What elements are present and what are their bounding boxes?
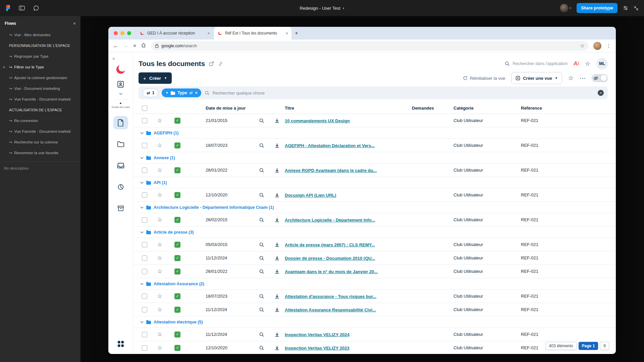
browser-profile-avatar[interactable] bbox=[593, 42, 601, 50]
preview-search-icon[interactable] bbox=[254, 269, 269, 274]
apps-grid-icon[interactable] bbox=[117, 341, 124, 349]
share-prototype-button[interactable]: Share prototype bbox=[577, 3, 618, 13]
stop-icon[interactable]: × bbox=[133, 43, 136, 49]
download-icon[interactable] bbox=[269, 217, 285, 223]
row-checkbox[interactable] bbox=[142, 217, 147, 223]
column-reference[interactable]: Référence bbox=[521, 106, 616, 111]
row-checkbox[interactable] bbox=[142, 118, 147, 123]
row-title-link[interactable]: Inspection Veritas VELIZY 2024 bbox=[285, 332, 350, 337]
row-title-link[interactable]: Article de presse (mars 2007) : CLS REMY… bbox=[285, 242, 375, 247]
nav-archive-icon[interactable] bbox=[113, 202, 128, 215]
app-search[interactable]: Rechercher dans l'application bbox=[504, 61, 568, 66]
preview-search-icon[interactable] bbox=[254, 143, 269, 148]
download-icon[interactable] bbox=[269, 294, 285, 299]
row-title-link[interactable]: Architecture Logicielle - Département In… bbox=[285, 218, 375, 223]
browser-menu-icon[interactable]: ⋮ bbox=[606, 43, 611, 49]
filter-count-chip[interactable]: ⇄ 1 bbox=[143, 88, 158, 97]
tab-close-icon[interactable]: × bbox=[285, 31, 288, 36]
favorite-star-icon[interactable]: ☆ bbox=[151, 306, 168, 313]
row-title-link[interactable]: Annexe RGPD Avanteam (dans le cadre du..… bbox=[285, 168, 377, 173]
back-icon[interactable]: ← bbox=[113, 43, 118, 49]
preview-search-icon[interactable] bbox=[254, 192, 269, 198]
chevron-down-icon[interactable] bbox=[140, 283, 144, 285]
favorites-star-icon[interactable]: ☆ bbox=[585, 60, 590, 67]
column-title[interactable]: Titre bbox=[285, 106, 412, 111]
address-bar[interactable]: google.com/search ☆ bbox=[151, 41, 589, 51]
flow-item[interactable]: ✓ ↪ Ajouter la colonne gestionnaire bbox=[0, 72, 80, 83]
column-category[interactable]: Catégorie bbox=[453, 106, 521, 111]
nav-documents-icon[interactable] bbox=[113, 116, 128, 129]
current-page-badge[interactable]: Page 1 bbox=[579, 342, 598, 350]
preview-search-icon[interactable] bbox=[254, 217, 269, 223]
flow-item[interactable]: ✓ ↪ Regrouper par Type bbox=[0, 51, 80, 62]
flow-item[interactable]: ✓ ↪ Filtrer sur le Type bbox=[0, 62, 80, 72]
group-row[interactable]: Attestation Assurance (2) bbox=[133, 278, 616, 290]
remove-filter-icon[interactable]: × bbox=[195, 90, 198, 95]
row-title-link[interactable]: Attestation d'assurance - Tous risques b… bbox=[285, 294, 376, 299]
group-label[interactable]: Attestation électrique (5) bbox=[154, 320, 203, 324]
group-label[interactable]: Attestation Assurance (2) bbox=[154, 282, 204, 286]
preview-search-icon[interactable] bbox=[254, 345, 269, 351]
ai-logo-icon[interactable]: Ai bbox=[574, 61, 579, 67]
chevron-down-icon[interactable] bbox=[140, 157, 144, 159]
download-icon[interactable] bbox=[269, 143, 285, 148]
preview-search-icon[interactable] bbox=[254, 332, 269, 337]
chevron-down-icon[interactable] bbox=[140, 206, 144, 208]
table-search[interactable] bbox=[205, 90, 594, 96]
preview-search-icon[interactable] bbox=[254, 255, 269, 261]
row-title-link[interactable]: Dossier de presse - Documation 2010 (QU.… bbox=[285, 256, 375, 261]
row-checkbox[interactable] bbox=[142, 242, 147, 247]
more-options-icon[interactable]: ⋯ bbox=[580, 75, 586, 82]
flow-item[interactable]: ✓ ↪ Vue Favorite - Document marketi bbox=[0, 126, 80, 137]
column-date[interactable]: Date de mise à jour bbox=[206, 106, 254, 111]
favorite-star-icon[interactable]: ☆ bbox=[151, 216, 168, 223]
download-icon[interactable] bbox=[269, 269, 285, 274]
preview-search-icon[interactable] bbox=[254, 294, 269, 299]
group-label[interactable]: Annexe (1) bbox=[154, 156, 175, 160]
favorite-view-star-icon[interactable]: ☆ bbox=[568, 74, 574, 82]
table-search-input[interactable] bbox=[212, 90, 594, 96]
row-checkbox[interactable] bbox=[142, 143, 147, 148]
group-row[interactable]: Attestation électrique (5) bbox=[133, 316, 616, 328]
row-title-link[interactable]: 10 commandements UX Design bbox=[285, 118, 350, 123]
chevron-down-icon[interactable] bbox=[140, 321, 144, 323]
browser-tab[interactable]: GED I À accuser réception × bbox=[136, 27, 214, 40]
all-views-item[interactable]: ◆ Toutes les vues bbox=[111, 102, 130, 109]
favorite-star-icon[interactable]: ☆ bbox=[151, 167, 168, 174]
preview-search-icon[interactable] bbox=[254, 242, 269, 247]
row-checkbox[interactable] bbox=[142, 294, 147, 299]
favorite-star-icon[interactable]: ☆ bbox=[151, 293, 168, 300]
row-title-link[interactable]: Docusign API (Lien URL) bbox=[285, 193, 336, 198]
row-title-link[interactable]: Avanteam dans le n° du mois de Janvier 2… bbox=[285, 269, 378, 274]
sidebar-toggle-icon[interactable] bbox=[19, 6, 25, 10]
download-icon[interactable] bbox=[269, 242, 285, 247]
favorite-star-icon[interactable]: ☆ bbox=[151, 142, 168, 149]
row-checkbox[interactable] bbox=[142, 269, 147, 274]
favorite-star-icon[interactable]: ☆ bbox=[151, 241, 168, 248]
flow-item[interactable]: ✓ ↪ Recherche sur la colonne bbox=[0, 137, 80, 147]
row-checkbox[interactable] bbox=[142, 192, 147, 198]
type-filter-chip[interactable]: ▼ Type ⇄ × bbox=[162, 88, 201, 97]
flow-item[interactable]: ✓ ↪ Re-connexion bbox=[0, 115, 80, 126]
row-title-link[interactable]: Inspection Veritas VELIZY 2023 bbox=[285, 346, 350, 351]
download-icon[interactable] bbox=[269, 332, 285, 337]
favorite-star-icon[interactable]: ☆ bbox=[151, 117, 168, 124]
group-label[interactable]: Architecture Logicielle - Département In… bbox=[154, 205, 274, 210]
preview-search-icon[interactable] bbox=[254, 118, 269, 123]
row-title-link[interactable]: AGEFIPH - Attestation Déclaration et Ver… bbox=[285, 143, 375, 148]
settings-sliders-icon[interactable] bbox=[623, 5, 628, 11]
group-label[interactable]: Article de presse (3) bbox=[154, 230, 194, 235]
app-logo-icon[interactable] bbox=[115, 64, 126, 76]
group-row[interactable]: Article de presse (3) bbox=[133, 227, 616, 238]
new-tab-button[interactable]: + bbox=[295, 30, 298, 37]
chevron-down-icon[interactable] bbox=[119, 90, 122, 96]
create-view-button[interactable]: Créer une vue ▼ bbox=[511, 72, 562, 84]
preview-search-icon[interactable] bbox=[254, 168, 269, 173]
row-checkbox[interactable] bbox=[142, 168, 147, 173]
prototype-title-menu[interactable]: Redesign - User Test ▾ bbox=[300, 6, 344, 11]
window-close-button[interactable] bbox=[114, 31, 118, 35]
favorite-star-icon[interactable]: ☆ bbox=[151, 268, 168, 275]
contact-card-icon[interactable] bbox=[117, 80, 124, 89]
download-icon[interactable] bbox=[269, 307, 285, 312]
user-avatar-menu[interactable]: ▾ bbox=[560, 4, 572, 12]
